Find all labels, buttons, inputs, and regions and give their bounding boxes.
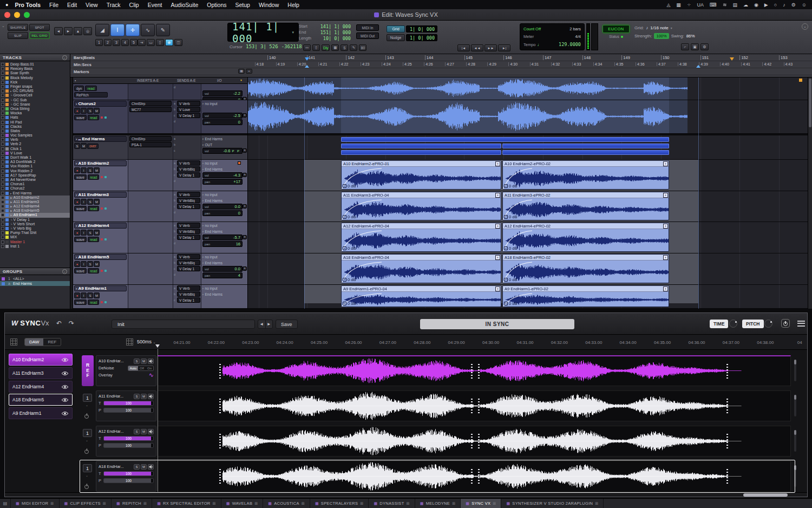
settings-icon[interactable]: ⚙: [791, 2, 796, 8]
record-arm-button[interactable]: ●: [74, 261, 80, 267]
sidebar-track-block-melody[interactable]: Block Melody: [0, 76, 70, 80]
sidebar-track-kick[interactable]: Kick: [0, 80, 70, 84]
io-input[interactable]: ▸no input: [202, 192, 247, 197]
tab-rx-spectral-editor[interactable]: ▦RX SPECTRAL EDITOR⊞: [152, 499, 221, 508]
clip-drag-handle[interactable]: [219, 434, 221, 449]
clip-gain-display[interactable]: +0 dB: [343, 214, 356, 219]
track-name-strip[interactable]: ▾A11 EndHarm3: [74, 192, 127, 198]
record-arm-button[interactable]: ●: [74, 167, 80, 173]
track-show-checkbox[interactable]: [1, 165, 4, 168]
pan-display[interactable]: pan+17: [202, 179, 243, 185]
sidebar-track-master-1[interactable]: Master 1: [0, 240, 70, 244]
eye-visibility-icon[interactable]: [61, 398, 69, 402]
audio-clip-a11-endharm3-epro-02[interactable]: A11 EndHarm3-ePRO-02+0 dBx: [502, 192, 669, 220]
io-output[interactable]: ▸End Harms: [202, 291, 247, 297]
track-show-checkbox[interactable]: [1, 116, 4, 119]
clip-gain-display[interactable]: +0 dB: [343, 277, 356, 282]
mirrored-midi-editing[interactable]: ◫: [174, 39, 182, 46]
io-input[interactable]: ▸no input: [202, 101, 247, 106]
group-all[interactable]: 1<ALL>: [0, 276, 70, 281]
track-name-strip[interactable]: ▾A10 EndHarm2: [74, 160, 127, 166]
track-show-checkbox[interactable]: [1, 99, 4, 102]
sidebar-track-a12-endharm4[interactable]: ▶A12 EndHarm4: [0, 204, 70, 209]
track-view-selector[interactable]: wave: [74, 174, 87, 180]
lane-waveform-a11-endhar[interactable]: [158, 390, 791, 421]
tab-expand-icon[interactable]: ⊞: [143, 502, 147, 506]
track-name-strip[interactable]: ▾A12 EndHarm4: [74, 223, 127, 229]
send-v-verb[interactable]: V Verb: [177, 101, 200, 106]
mute-button[interactable]: M: [94, 292, 100, 298]
markers-ruler[interactable]: Markers▦+: [70, 68, 812, 75]
track-show-checkbox[interactable]: [1, 67, 4, 70]
io-input[interactable]: ▸no input: [202, 223, 247, 228]
edit-vertical-scrollbar[interactable]: [808, 77, 812, 309]
track-name-strip[interactable]: ▾A18 EndHarm5: [74, 254, 127, 260]
send-v-verbbig[interactable]: V VerbBig: [177, 229, 200, 234]
volume-display[interactable]: vol-2.2: [202, 90, 243, 96]
send-v-delay-1[interactable]: V Delay 1: [177, 172, 200, 178]
sidebar-track-a10-endharm2[interactable]: ▶A10 EndHarm2: [0, 196, 70, 200]
tracks-panel-menu[interactable]: ⌄: [62, 55, 67, 60]
audio-clip-a18-endharm5-epro-04[interactable]: A18 EndHarm5-ePRO-04+0 dBx: [341, 254, 501, 283]
clip-drag-handle[interactable]: [478, 434, 480, 449]
track-view-indicator[interactable]: ▦: [331, 44, 339, 51]
folder-clip-bar[interactable]: [502, 150, 669, 155]
group-end-harms[interactable]: aEnd Harms: [0, 281, 70, 286]
volume-display[interactable]: vol-5.7: [202, 235, 243, 240]
ref-lane-tab[interactable]: R E F: [82, 355, 94, 386]
lane-speaker-button[interactable]: [148, 394, 154, 399]
sidebar-track-chorus2[interactable]: Chorus2: [0, 186, 70, 191]
sidebar-track-click-1[interactable]: Click 1: [0, 147, 70, 151]
preset-next-button[interactable]: ►: [266, 320, 273, 328]
lane-power-button[interactable]: [84, 484, 90, 490]
plugin-track-a12-endharm4[interactable]: A12 EndHarm4: [9, 381, 73, 393]
io-input[interactable]: ▸no input: [202, 285, 247, 291]
lane-mute-button[interactable]: M: [141, 359, 147, 364]
lane-power-button[interactable]: [84, 448, 90, 454]
menu-item-clip[interactable]: Clip: [125, 2, 143, 8]
clip-drag-handle[interactable]: [478, 469, 480, 484]
folder-arrow-icon[interactable]: ▸: [10, 191, 12, 196]
tab-expand-icon[interactable]: ⊞: [50, 502, 54, 506]
send-v-delay-1[interactable]: V Delay 1: [177, 113, 200, 118]
sends-expand-button[interactable]: +: [243, 113, 247, 118]
input-monitor-button[interactable]: I: [81, 108, 87, 114]
tab-spectralayers[interactable]: ▦SPECTRALAYERS⊞: [310, 499, 369, 508]
sidebar-track-verb[interactable]: Verb: [0, 138, 70, 142]
lane-number-box[interactable]: 1: [83, 394, 92, 402]
input-monitor-button[interactable]: I: [81, 199, 87, 205]
mute-button[interactable]: M: [94, 199, 100, 205]
solo-button[interactable]: S: [87, 108, 93, 114]
audio-clip-a10-endharm2-epro-02[interactable]: A10 EndHarm2-ePRO-02+0 dBx: [502, 160, 669, 190]
send-v-verbbig[interactable]: V VerbBig: [177, 198, 200, 203]
p-slider[interactable]: 100: [103, 443, 154, 448]
sidebar-track-finger-snaps[interactable]: Finger snaps: [0, 84, 70, 89]
lane-zoom-slider[interactable]: [794, 360, 796, 381]
track-view-selector[interactable]: wave: [74, 237, 87, 242]
insertion-follows-playback[interactable]: ⊕: [165, 39, 173, 46]
tab-expand-icon[interactable]: ⊞: [493, 502, 496, 506]
track-header-a18-endharm5[interactable]: ▾A18 EndHarm5●ISMwavereadaV VerbbV VerbB…: [73, 253, 247, 285]
daw-view-button[interactable]: DAW: [25, 338, 43, 346]
mute-button[interactable]: M: [94, 261, 100, 267]
midi-out-indicator[interactable]: MIDI Out: [356, 32, 379, 39]
clip-drag-handle[interactable]: [726, 364, 728, 379]
track-view-selector[interactable]: wave: [74, 115, 87, 120]
track-name-strip[interactable]: ▾Chorus2: [74, 101, 127, 107]
p-slider[interactable]: 100: [103, 408, 154, 413]
capture-icon[interactable]: ◬: [666, 2, 670, 8]
playhead-marker[interactable]: [305, 57, 309, 61]
clip-gain-display[interactable]: +0 dB: [343, 184, 356, 188]
track-header-a10-endharm2[interactable]: ▾A10 EndHarm2●ISMwavereadaV VerbbV VerbB…: [73, 160, 247, 191]
sidebar-track-v-verb-big[interactable]: └V Verb Big: [0, 226, 70, 231]
plugin-power-button[interactable]: [781, 319, 790, 328]
grid-value[interactable]: 1| 0| 000: [406, 25, 437, 32]
zoom-resolution-select[interactable]: 500ms ⌄: [137, 339, 156, 344]
clip-gain-display[interactable]: +0 dB: [504, 277, 517, 282]
sidebar-track-clacks[interactable]: Clacks: [0, 125, 70, 129]
trim-tool[interactable]: ◢: [95, 24, 109, 36]
count-off-value[interactable]: 2 bars: [569, 27, 581, 31]
track-collapse-arrow[interactable]: ▾: [76, 193, 77, 197]
zoom-preset-4[interactable]: 4: [121, 39, 129, 46]
mute-button[interactable]: M: [81, 143, 87, 149]
